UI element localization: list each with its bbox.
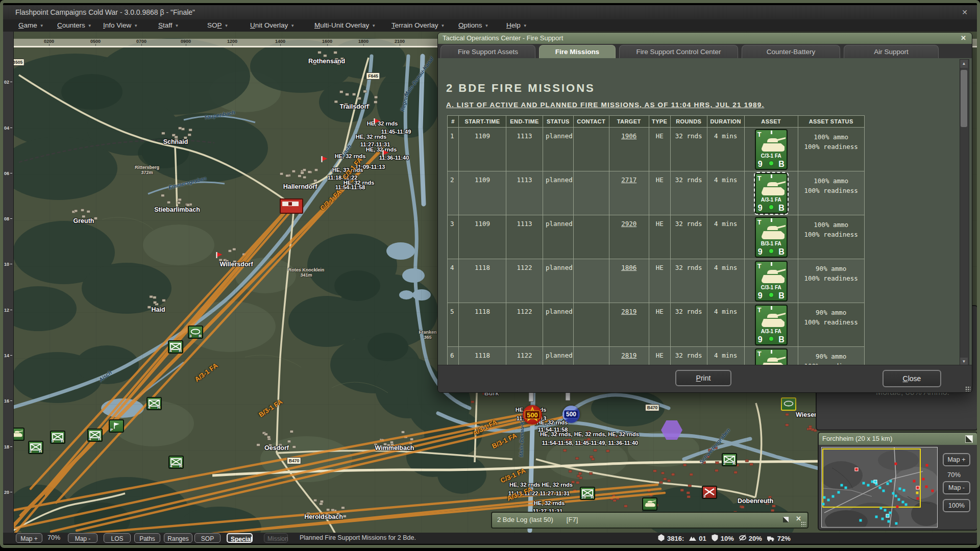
minimap-expand-icon[interactable] [965, 435, 973, 447]
unit-dot-friendly [827, 499, 830, 502]
cell: 1122 [506, 347, 543, 367]
asset-counter[interactable]: TA/3-1 FA9B [755, 305, 788, 345]
asset-counter[interactable]: TC/3-1 FA9B [755, 261, 788, 302]
indicator-shield: 10% [711, 534, 734, 543]
cell: 4 [448, 259, 459, 303]
toolbar-sop-button[interactable]: SOP [194, 533, 220, 543]
asset-cell: TB/3-1 FA9B [744, 347, 798, 367]
fire-mission-row[interactable]: 411181122planned1806HE32 rnds4 minsTC/3-… [448, 259, 865, 303]
cell: 1109 [459, 171, 506, 215]
cell: 5 [448, 303, 459, 347]
minimap-viewport[interactable] [822, 448, 921, 508]
toolbar-map--button[interactable]: Map - [68, 533, 97, 543]
target-link[interactable]: 2717 [621, 176, 636, 184]
fire-mission-row[interactable]: 211091113planned2717HE32 rnds4 minsTA/3-… [448, 171, 865, 215]
asset-counter[interactable]: TB/3-1 FA9B [755, 217, 788, 258]
dialog-footer: Print Close [438, 365, 972, 392]
target-cell: 2819 [609, 347, 649, 367]
tab-fire-missions[interactable]: Fire Missions [539, 45, 616, 58]
toolbar-los-button[interactable]: LOS [104, 533, 131, 543]
toolbar-map--button[interactable]: Map + [16, 533, 42, 543]
target-link[interactable]: 1806 [621, 264, 636, 271]
fire-mission-row[interactable]: 311091113planned2920HE32 rnds4 minsTB/3-… [448, 215, 865, 259]
target-link[interactable]: 2819 [621, 352, 636, 359]
minimap-title: Forchheim (20 x 15 km) [822, 435, 892, 442]
unit-dot-friendly [881, 518, 884, 520]
cell: HE [649, 171, 670, 215]
column-header: TARGET [609, 116, 649, 128]
toolbar-paths-button[interactable]: Paths [134, 533, 160, 543]
menu-multi-unit-overlay[interactable]: Multi-Unit Overlay▼ [314, 19, 376, 32]
unit-dot-enemy [895, 463, 897, 465]
status-indicators: 3816:0110%20%72% [657, 534, 791, 543]
log-bar[interactable]: 2 Bde Log (last 50)[F7] ✕ [491, 512, 808, 529]
dialog-titlebar[interactable]: Tactical Operations Center - Fire Suppor… [438, 33, 972, 44]
asset-counter[interactable]: TB/3-1 FA9B [755, 348, 788, 366]
indicator-value: 72% [777, 535, 791, 542]
ruler-top-number: 1200 [227, 39, 237, 44]
fire-mission-row[interactable]: 111091113planned1906HE32 rnds4 minsTC/3-… [448, 128, 865, 171]
asset-status-cell: 100% ammo100% readiness [798, 128, 864, 171]
menu-counters[interactable]: Counters▼ [57, 19, 92, 32]
asset-cell: TA/3-1 FA9B [744, 171, 798, 215]
minimap-zoom-out-button[interactable]: Map - [943, 481, 970, 494]
unit-dot-friendly [867, 484, 870, 487]
tab-fire-support-control-center[interactable]: Fire Support Control Center [619, 45, 738, 58]
target-link[interactable]: 1906 [621, 132, 636, 140]
unit-dot-enemy [925, 486, 928, 488]
ruler-left-number: 14 [4, 353, 12, 358]
unit-dot-enemy-spotted [855, 468, 859, 471]
minimap-zoom-in-button[interactable]: Map + [943, 453, 970, 466]
unit-dot-friendly-selected [874, 480, 877, 484]
print-button[interactable]: Print [675, 370, 731, 386]
asset-counter[interactable]: TA/3-1 FA9B [755, 173, 788, 214]
close-button[interactable]: Close [883, 370, 941, 387]
unit-dot-friendly [879, 487, 881, 489]
dialog-title: Tactical Operations Center - Fire Suppor… [443, 34, 563, 42]
page-title: 2 BDE FIRE MISSIONS [446, 82, 595, 95]
scroll-thumb[interactable] [961, 70, 967, 127]
column-header: STATUS [543, 116, 574, 128]
indicator-mountains: 01 [689, 534, 706, 543]
menu-game[interactable]: Game▼ [18, 19, 44, 32]
minimap-reset-zoom-button[interactable]: 100% [943, 499, 970, 512]
toolbar-special-button[interactable]: Special [227, 533, 253, 543]
log-expand-icon[interactable] [782, 516, 789, 525]
minimap-image[interactable] [821, 447, 938, 528]
target-link[interactable]: 2819 [621, 308, 636, 315]
fire-mission-row[interactable]: 511181122planned2819HE32 rnds4 minsTA/3-… [448, 303, 865, 347]
cell: HE [649, 347, 670, 367]
minimap-titlebar[interactable]: Forchheim (20 x 15 km) [819, 433, 977, 445]
toolbar-ranges-button[interactable]: Ranges [164, 533, 192, 543]
menu-staff[interactable]: Staff▼ [158, 19, 179, 32]
menu-terrain-overlay[interactable]: Terrain Overlay▼ [391, 19, 445, 32]
menu-unit-overlay[interactable]: Unit Overlay▼ [250, 19, 295, 32]
target-link[interactable]: 2920 [621, 220, 636, 228]
cell: 4 mins [707, 128, 744, 171]
cell: 1 [448, 128, 459, 171]
target-cell: 1806 [609, 259, 649, 303]
menu-options[interactable]: Options▼ [458, 19, 488, 32]
menu-help[interactable]: Help▼ [506, 19, 527, 32]
dialog-resize-grip[interactable] [965, 386, 970, 391]
cell: planned [543, 171, 574, 215]
asset-counter[interactable]: TC/3-1 FA9B [755, 129, 788, 170]
log-resize-grip[interactable] [801, 521, 806, 527]
asset-cell: TA/3-1 FA9B [744, 303, 798, 347]
window-close-icon[interactable]: ✕ [962, 5, 968, 19]
tab-counter-battery[interactable]: Counter-Battery [742, 45, 840, 58]
dialog-body: 2 BDE FIRE MISSIONS A. LIST OF ACTIVE AN… [438, 58, 972, 366]
ruler-top-number: 1800 [358, 39, 369, 44]
tab-air-support[interactable]: Air Support [844, 45, 939, 58]
tab-fire-support-assets[interactable]: Fire Support Assets [440, 45, 535, 58]
cell: 1109 [459, 215, 506, 259]
cell: HE [649, 259, 670, 303]
dialog-close-icon[interactable]: ✕ [961, 33, 966, 44]
fire-mission-row[interactable]: 611181122planned2819HE32 rnds4 minsTB/3-… [448, 347, 865, 367]
scroll-up-icon[interactable]: ▲ [960, 60, 968, 68]
menu-sop[interactable]: SOP▼ [207, 19, 228, 32]
cell: 32 rnds [670, 259, 707, 303]
menu-info-view[interactable]: Info View▼ [103, 19, 138, 32]
ruler-left-number: 16 [4, 398, 12, 404]
table-scrollbar[interactable]: ▲ ▼ [960, 59, 969, 366]
